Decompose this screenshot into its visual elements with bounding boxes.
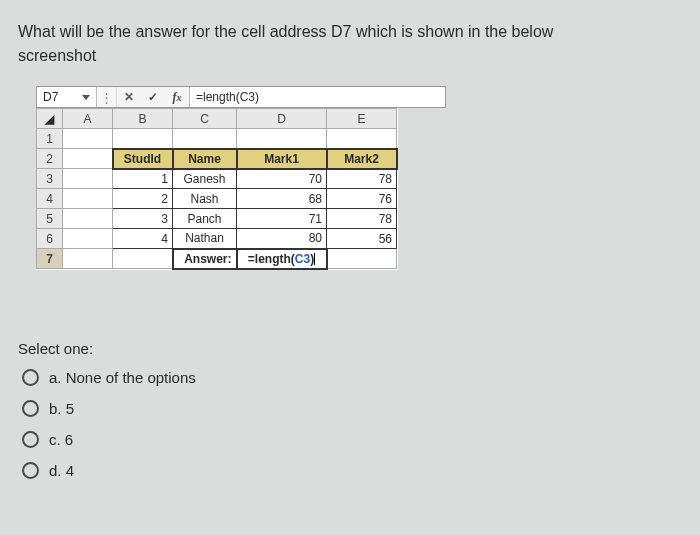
cell[interactable]: 78	[327, 209, 397, 229]
cell[interactable]	[63, 189, 113, 209]
accept-icon[interactable]: ✓	[141, 87, 165, 107]
radio-icon	[22, 462, 39, 479]
separator-icon: ⋮	[97, 87, 117, 107]
cell[interactable]: 1	[113, 169, 173, 189]
col-header-e[interactable]: E	[327, 109, 397, 129]
col-header-b[interactable]: B	[113, 109, 173, 129]
option-label: c. 6	[49, 431, 73, 448]
cell[interactable]	[113, 249, 173, 269]
option-label: b. 5	[49, 400, 74, 417]
answer-label-cell[interactable]: Answer:	[173, 249, 237, 269]
row-header-6[interactable]: 6	[37, 229, 63, 249]
row-header-7[interactable]: 7	[37, 249, 63, 269]
answer-formula-cell[interactable]: =length(C3)	[237, 249, 327, 269]
cell[interactable]	[327, 129, 397, 149]
cell-header-mark2[interactable]: Mark2	[327, 149, 397, 169]
option-label: a. None of the options	[49, 369, 196, 386]
select-all-corner[interactable]: ◢	[37, 109, 63, 129]
spreadsheet-grid: ◢ A B C D E 1 2 StudId Name Mark1 Mark2 …	[36, 108, 398, 270]
row-header-5[interactable]: 5	[37, 209, 63, 229]
cell[interactable]	[63, 229, 113, 249]
formula-bar: D7 ⋮ ✕ ✓ fx =length(C3)	[36, 86, 446, 108]
cell[interactable]: 2	[113, 189, 173, 209]
cell[interactable]	[237, 129, 327, 149]
cell[interactable]	[63, 209, 113, 229]
cell[interactable]: 3	[113, 209, 173, 229]
radio-icon	[22, 431, 39, 448]
cell[interactable]: 71	[237, 209, 327, 229]
question-text: What will be the answer for the cell add…	[18, 20, 682, 68]
cell[interactable]	[327, 249, 397, 269]
fx-icon[interactable]: fx	[165, 87, 189, 107]
cell[interactable]	[113, 129, 173, 149]
cell[interactable]: Nathan	[173, 229, 237, 249]
cell[interactable]	[63, 169, 113, 189]
row-header-4[interactable]: 4	[37, 189, 63, 209]
radio-icon	[22, 400, 39, 417]
spreadsheet-screenshot: D7 ⋮ ✕ ✓ fx =length(C3) ◢ A B C D E 1 2	[36, 86, 446, 270]
cell[interactable]: 68	[237, 189, 327, 209]
cell[interactable]: 80	[237, 229, 327, 249]
cell[interactable]: 4	[113, 229, 173, 249]
options-group: a. None of the options b. 5 c. 6 d. 4	[18, 369, 682, 479]
option-c[interactable]: c. 6	[22, 431, 682, 448]
cell[interactable]	[63, 149, 113, 169]
option-a[interactable]: a. None of the options	[22, 369, 682, 386]
name-box-value: D7	[43, 90, 58, 104]
cell-header-mark1[interactable]: Mark1	[237, 149, 327, 169]
cell[interactable]: 70	[237, 169, 327, 189]
text-cursor	[314, 253, 315, 265]
formula-input[interactable]: =length(C3)	[189, 87, 445, 107]
cell[interactable]	[63, 129, 113, 149]
cell[interactable]: Ganesh	[173, 169, 237, 189]
cell[interactable]	[63, 249, 113, 269]
option-label: d. 4	[49, 462, 74, 479]
option-b[interactable]: b. 5	[22, 400, 682, 417]
cell-header-studid[interactable]: StudId	[113, 149, 173, 169]
cell[interactable]: 78	[327, 169, 397, 189]
name-box[interactable]: D7	[37, 87, 97, 107]
col-header-c[interactable]: C	[173, 109, 237, 129]
cancel-icon[interactable]: ✕	[117, 87, 141, 107]
cell[interactable]: 76	[327, 189, 397, 209]
cell[interactable]: Panch	[173, 209, 237, 229]
row-header-2[interactable]: 2	[37, 149, 63, 169]
col-header-d[interactable]: D	[237, 109, 327, 129]
row-header-1[interactable]: 1	[37, 129, 63, 149]
option-d[interactable]: d. 4	[22, 462, 682, 479]
row-header-3[interactable]: 3	[37, 169, 63, 189]
cell[interactable]: 56	[327, 229, 397, 249]
select-one-label: Select one:	[18, 340, 682, 357]
radio-icon	[22, 369, 39, 386]
col-header-a[interactable]: A	[63, 109, 113, 129]
cell-header-name[interactable]: Name	[173, 149, 237, 169]
dropdown-icon	[82, 95, 90, 100]
cell[interactable]	[173, 129, 237, 149]
cell[interactable]: Nash	[173, 189, 237, 209]
